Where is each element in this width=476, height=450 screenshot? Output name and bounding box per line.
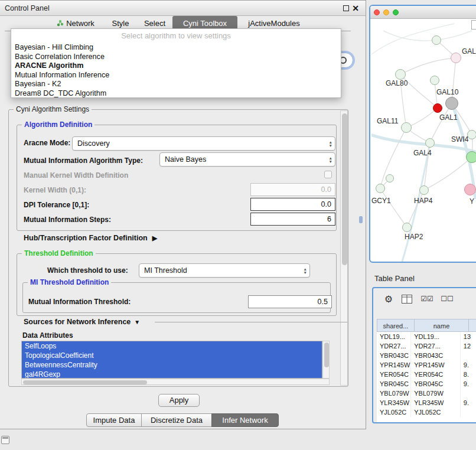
mi-threshold-value: 0.5 bbox=[318, 298, 328, 306]
table-header: shared... name bbox=[377, 319, 476, 332]
table-cell: YPR145W bbox=[377, 360, 411, 370]
node-label: GAL1 bbox=[439, 113, 458, 122]
network-node[interactable] bbox=[445, 97, 458, 110]
column-header-name[interactable]: name bbox=[415, 319, 469, 332]
algorithm-option[interactable]: Mutual Information Inference bbox=[11, 71, 341, 80]
table-cell: YER054C bbox=[377, 370, 411, 379]
network-node[interactable] bbox=[376, 184, 385, 193]
network-node[interactable] bbox=[464, 184, 476, 195]
select-all-checkboxes-icon[interactable]: ☑☑ bbox=[418, 292, 436, 306]
algorithm-option-selected[interactable]: ARACNE Algorithm bbox=[11, 61, 341, 71]
settings-scrollbar[interactable] bbox=[340, 110, 348, 386]
table-cell bbox=[461, 351, 476, 360]
algorithm-option[interactable]: Bayesian - Hill Climbing bbox=[11, 43, 341, 53]
attribute-item[interactable]: SelfLoops bbox=[22, 341, 322, 351]
which-threshold-select[interactable]: MI Threshold ▲▼ bbox=[139, 263, 310, 278]
mi-steps-value: 6 bbox=[327, 215, 331, 223]
gear-icon[interactable]: ⚙ bbox=[382, 292, 396, 306]
close-icon[interactable]: ✕ bbox=[351, 3, 360, 14]
attributes-scrollbar-thumb[interactable] bbox=[324, 343, 329, 367]
panel-splitter-handle[interactable] bbox=[359, 216, 363, 223]
tab-impute-data[interactable]: Impute Data bbox=[86, 413, 142, 427]
table-cell: YLR345W bbox=[411, 398, 461, 407]
control-panel-titlebar[interactable]: Control Panel bbox=[0, 1, 366, 16]
clear-checkboxes-icon[interactable]: ☐☐ bbox=[438, 292, 456, 306]
tab-infer-network[interactable]: Infer Network bbox=[211, 413, 279, 427]
tab-discretize-data[interactable]: Discretize Data bbox=[141, 413, 212, 427]
control-panel-window: Control Panel ✕ Network Style Select Cyn… bbox=[0, 0, 366, 429]
attribute-item[interactable]: TopologicalCoefficient bbox=[22, 351, 322, 360]
algorithm-option[interactable]: Dream8 DC_TDC Algorithm bbox=[11, 89, 341, 99]
zoom-traffic-light-icon[interactable] bbox=[393, 9, 399, 15]
table-row[interactable]: YER054CYER054C8. bbox=[377, 370, 476, 379]
data-attributes-label: Data Attributes bbox=[22, 331, 73, 340]
mi-type-select[interactable]: Naive Bayes ▲▼ bbox=[159, 152, 335, 167]
table-row[interactable]: YPR145WYPR145W9. bbox=[377, 360, 476, 370]
network-node[interactable] bbox=[466, 151, 476, 163]
attribute-item[interactable]: BetweennessCentrality bbox=[22, 360, 322, 370]
network-node[interactable] bbox=[402, 223, 412, 232]
chevron-right-icon: ▶ bbox=[152, 234, 157, 242]
manual-kernel-checkbox[interactable] bbox=[324, 171, 332, 178]
float-window-icon[interactable] bbox=[343, 5, 349, 11]
node-label: GAL80 bbox=[386, 79, 407, 87]
table-panel-heading: Table Panel bbox=[374, 274, 415, 283]
network-node[interactable] bbox=[419, 185, 429, 195]
column-header-shared-name[interactable]: shared... bbox=[377, 319, 415, 332]
network-node[interactable] bbox=[451, 53, 461, 63]
manual-kernel-label: Manual Kernel Width Definition bbox=[24, 171, 128, 180]
table-cell: 12 bbox=[461, 341, 476, 351]
network-node[interactable] bbox=[386, 174, 394, 182]
network-node[interactable] bbox=[430, 76, 439, 85]
mi-steps-field[interactable]: 6 bbox=[250, 213, 335, 226]
network-scrollbar-fragment[interactable] bbox=[471, 20, 476, 30]
attributes-list-hscrollbar[interactable] bbox=[21, 379, 330, 385]
network-node[interactable] bbox=[425, 138, 435, 148]
network-canvas[interactable]: GAL80GAL10GAL11GAL1SWI4GAL4GCY1HAP4HAP2G… bbox=[371, 19, 476, 262]
sources-section-label: Sources for Network Inference bbox=[24, 318, 131, 326]
network-node[interactable] bbox=[395, 69, 406, 80]
node-label: GCY1 bbox=[371, 197, 391, 205]
table-body[interactable]: YDL19...YDL19...13YDR27...YDR27...12YBR0… bbox=[377, 332, 476, 422]
column-header-partial[interactable] bbox=[469, 319, 476, 332]
close-traffic-light-icon[interactable] bbox=[374, 9, 380, 15]
table-cell bbox=[461, 389, 476, 398]
table-cell: YBL079W bbox=[411, 389, 461, 398]
data-attributes-list[interactable]: SelfLoops TopologicalCoefficient Between… bbox=[21, 341, 322, 379]
aracne-mode-select[interactable]: Discovery ▲▼ bbox=[72, 136, 335, 151]
mi-steps-label: Mutual Information Steps: bbox=[24, 216, 111, 224]
network-node[interactable] bbox=[401, 122, 412, 133]
table-columns-icon[interactable] bbox=[399, 292, 415, 306]
mi-threshold-field[interactable]: 0.5 bbox=[248, 295, 332, 308]
table-row[interactable]: YLR345WYLR345W9. bbox=[377, 398, 476, 407]
tab-label: Style bbox=[112, 19, 129, 28]
table-cell: YDR27... bbox=[411, 341, 461, 351]
table-row[interactable]: YBR043CYBR043C bbox=[377, 351, 476, 360]
apply-button[interactable]: Apply bbox=[158, 394, 200, 407]
table-row[interactable]: YDL19...YDL19...13 bbox=[377, 332, 476, 341]
table-row[interactable]: YBR045CYBR045C9. bbox=[377, 379, 476, 389]
table-panel-window: ⚙ ☑☑ ☐☐ shared... name YDL19...YDL19...1… bbox=[372, 287, 476, 423]
sources-section-toggle[interactable]: Sources for Network Inference▼ bbox=[24, 318, 140, 326]
kernel-width-field[interactable]: 0.0 bbox=[250, 183, 335, 196]
collapsed-panel-icon[interactable] bbox=[1, 436, 9, 444]
control-panel-title: Control Panel bbox=[5, 4, 50, 12]
table-row[interactable]: YBL079WYBL079W bbox=[377, 389, 476, 398]
table-row[interactable]: YDR27...YDR27...12 bbox=[377, 341, 476, 351]
algorithm-option[interactable]: Bayesian - K2 bbox=[11, 80, 341, 89]
dpi-tolerance-field[interactable]: 0.0 bbox=[250, 198, 335, 211]
attribute-item[interactable]: gal4RGexp bbox=[22, 370, 322, 379]
which-threshold-value: MI Threshold bbox=[144, 266, 187, 275]
table-cell: YDL19... bbox=[411, 332, 461, 341]
settings-scrollbar-thumb[interactable] bbox=[342, 113, 347, 265]
hub-section-toggle[interactable]: Hub/Transcription Factor Definition▶ bbox=[24, 234, 157, 242]
attributes-list-scrollbar[interactable] bbox=[322, 341, 330, 379]
tab-label: Network bbox=[66, 19, 94, 28]
network-view-window: GAL80GAL10GAL11GAL1SWI4GAL4GCY1HAP4HAP2G… bbox=[369, 5, 476, 263]
network-node[interactable] bbox=[433, 103, 442, 113]
attributes-hscrollbar-thumb[interactable] bbox=[23, 380, 147, 384]
algorithm-option[interactable]: Basic Correlation Inference bbox=[11, 53, 341, 62]
network-node[interactable] bbox=[432, 35, 441, 45]
minimize-traffic-light-icon[interactable] bbox=[383, 9, 389, 15]
table-row[interactable]: YJL052CYJL052C bbox=[377, 407, 476, 417]
